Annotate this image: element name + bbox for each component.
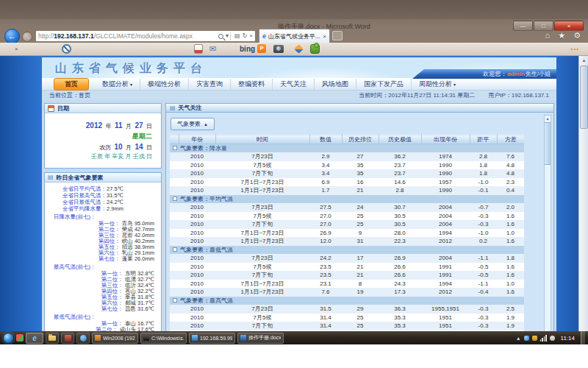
browser-scrollbar-thumb[interactable] — [580, 66, 588, 129]
search-icon[interactable] — [218, 34, 223, 39]
tray-warning-icon[interactable] — [532, 336, 537, 341]
table-row[interactable]: 20107月下旬3.43523.719901.84.8 — [170, 169, 524, 178]
sparkle-addon-icon[interactable] — [294, 44, 304, 54]
app-red-icon[interactable] — [61, 333, 74, 344]
minimize-button[interactable]: — — [513, 21, 533, 31]
network-icon[interactable] — [540, 335, 547, 342]
new-tab-button[interactable] — [332, 31, 343, 40]
row-checkbox-cell — [170, 314, 179, 322]
folder-icon[interactable] — [46, 333, 59, 344]
show-desktop-button[interactable] — [581, 331, 585, 344]
puzzle-addon-icon[interactable] — [310, 44, 320, 54]
table-row[interactable]: 20101月1日~7月23日7.61917.32012-0.41.6 — [170, 288, 524, 297]
table-cell: 2010 — [179, 263, 215, 272]
table-row[interactable]: 20101月1日~7月23日12.03122.320120.21.6 — [170, 237, 524, 246]
group-cell: 气象要素：最高气温 — [170, 297, 524, 305]
table-cell: 14.6 — [379, 178, 421, 187]
taskbar-window-button[interactable]: C:\Windows\s... — [140, 333, 187, 344]
table-group-row[interactable]: 气象要素：最高气温 — [170, 297, 524, 305]
refresh-icon[interactable]: ↻ — [243, 33, 248, 39]
taskbar-window-button[interactable]: 操作手册.docx ... — [237, 333, 284, 344]
nav-item-首页[interactable]: 首页 — [54, 78, 89, 91]
address-bar[interactable]: http://192.168.137.1/GLCCLIMATE/modules/… — [35, 30, 256, 42]
table-row[interactable]: 20107月23日2.92736.219742.87.6 — [170, 152, 524, 161]
nav-item-天气关注[interactable]: 天气关注 — [273, 79, 315, 90]
favorites-star-icon[interactable]: ★ — [558, 31, 565, 40]
taskbar-clock[interactable]: 11:14 — [561, 335, 575, 342]
compatibility-view-icon[interactable]: ▤ — [234, 33, 240, 39]
group-checkbox[interactable] — [173, 247, 177, 252]
table-row[interactable]: 20107月1日~7月23日23.1824.31994-1.11.0 — [170, 280, 524, 289]
table-cell: 7月23日 — [215, 203, 309, 212]
stop-icon[interactable]: × — [249, 33, 253, 39]
tab-close-icon[interactable]: × — [323, 33, 326, 40]
table-row[interactable]: 20107月5候3.43523.719901.84.8 — [170, 161, 524, 170]
bing-logo[interactable]: bing — [240, 45, 255, 53]
browser-tab[interactable]: e 山东省气候业务平... × — [259, 29, 330, 43]
browser-toolbar-right: ⌂ ★ ⚙ — [545, 31, 581, 40]
table-group-row[interactable]: 气象要素：降水量 — [170, 144, 524, 153]
browser-back-button[interactable]: ← — [4, 29, 20, 44]
table-cell: 7月1日~7月23日 — [215, 178, 309, 187]
taskbar-ie-icon[interactable]: e — [26, 333, 43, 344]
panel-icon: ▤ — [48, 174, 54, 180]
more-options-icon[interactable]: ••• — [571, 46, 579, 52]
table-row[interactable]: 20107月23日24.21726.92004-1.11.8 — [170, 254, 524, 263]
table-cell: 7月23日 — [215, 152, 309, 161]
tray-expand-icon[interactable]: ▲ — [516, 336, 521, 341]
table-cell: 1.6 — [497, 212, 524, 221]
table-row[interactable]: 20107月1日~7月23日26.9928.01994-1.01.0 — [170, 229, 524, 238]
table-row[interactable]: 20107月下旬31.42535.31951-0.31.9 — [170, 322, 524, 330]
tab-title[interactable]: 山东省气候业务平... — [268, 32, 320, 40]
nav-item-风场地图[interactable]: 风场地图 — [315, 79, 356, 90]
scroll-up-icon[interactable]: ▲ — [579, 56, 588, 65]
bing-p-icon[interactable]: P — [257, 44, 266, 53]
group-checkbox[interactable] — [173, 298, 177, 302]
tray-app-icon[interactable] — [524, 336, 529, 341]
nav-item-灾害查询[interactable]: 灾害查询 — [189, 79, 231, 90]
table-row[interactable]: 20107月下旬23.52126.61991-0.51.6 — [170, 271, 524, 280]
browser-forward-button[interactable]: → — [22, 32, 32, 42]
scrollbar-thumb[interactable] — [545, 122, 551, 165]
table-row[interactable]: 20107月5候31.42535.31951-0.31.9 — [170, 314, 524, 322]
blocker-addon-icon[interactable] — [62, 44, 71, 54]
table-row[interactable]: 20107月5候23.52126.61991-0.51.6 — [170, 263, 524, 272]
mail-icon[interactable]: ✉ — [209, 45, 216, 53]
table-row[interactable]: 20107月下旬27.02530.52004-0.31.6 — [170, 220, 524, 229]
close-button[interactable]: × — [554, 21, 584, 31]
chevron-down-icon[interactable]: ▾ — [226, 33, 229, 39]
table-row[interactable]: 20107月5候27.02530.52004-0.31.6 — [170, 212, 524, 221]
table-group-row[interactable]: 气象要素：平均气温 — [170, 195, 524, 204]
element-filter-button[interactable]: 气象要素 ▲ — [171, 118, 215, 130]
table-group-row[interactable]: 气象要素：最低气温 — [170, 246, 524, 255]
home-icon[interactable]: ⌂ — [545, 31, 551, 40]
nav-item-整编资料[interactable]: 整编资料 — [231, 79, 273, 90]
table-row[interactable]: 20107月23日31.52936.31955,1951-0.32.5 — [170, 305, 524, 314]
nav-item-极端性分析[interactable]: 极端性分析 — [140, 79, 189, 90]
table-cell: -1.1 — [470, 280, 497, 289]
app-blue-icon[interactable] — [76, 333, 90, 344]
panel-scrollbar[interactable]: ▲ ▼ — [544, 115, 551, 344]
browser-scrollbar[interactable]: ▲ — [578, 56, 588, 344]
start-button[interactable] — [3, 333, 14, 344]
taskbar-window-button[interactable]: Win2008 (192... — [92, 333, 138, 344]
scroll-up-icon[interactable]: ▲ — [545, 116, 551, 122]
taskbar-window-button[interactable]: 192.168.59.99... — [189, 333, 235, 344]
launcher-icon[interactable] — [16, 334, 24, 342]
volume-icon[interactable] — [550, 336, 555, 341]
bing-toolbar[interactable]: bing P — [240, 44, 266, 53]
url-text[interactable]: http://192.168.137.1/GLCCLIMATE/modules/… — [38, 32, 215, 40]
nav-item-周期性分析[interactable]: 周期性分析▾ — [412, 79, 463, 90]
table-row[interactable]: 20107月23日27.52430.72004-0.72.0 — [170, 203, 524, 212]
tools-gear-icon[interactable]: ⚙ — [573, 31, 581, 40]
nav-item-数据分析[interactable]: 数据分析▾ — [95, 79, 140, 90]
group-checkbox[interactable] — [173, 146, 177, 150]
group-checkbox[interactable] — [173, 197, 177, 201]
command-bar-close-icon[interactable]: × — [15, 46, 18, 52]
maximize-button[interactable]: □ — [534, 21, 553, 31]
camera-addon-icon[interactable] — [273, 45, 284, 53]
tile-addon-icon[interactable] — [194, 44, 203, 54]
table-row[interactable]: 20107月1日~7月23日6.91614.61957-1.02.3 — [170, 178, 524, 187]
nav-item-国家下发产品[interactable]: 国家下发产品 — [356, 79, 412, 90]
table-row[interactable]: 20101月1日~7月23日1.7212.81990-0.10.4 — [170, 186, 524, 195]
